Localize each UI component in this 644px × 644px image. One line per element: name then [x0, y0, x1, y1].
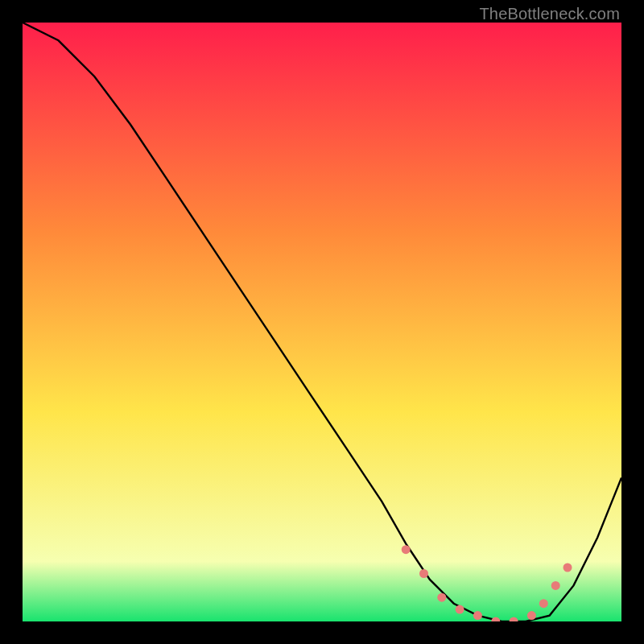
marker-point — [527, 611, 536, 620]
attribution-text: TheBottleneck.com — [479, 5, 620, 23]
marker-point — [539, 599, 548, 608]
gradient-background — [23, 23, 621, 621]
marker-point — [551, 581, 560, 590]
marker-point — [564, 564, 572, 572]
plot-area — [23, 23, 621, 621]
marker-point — [419, 569, 428, 578]
marker-point — [402, 545, 411, 554]
marker-point — [473, 611, 482, 620]
chart-frame: TheBottleneck.com — [0, 0, 644, 644]
chart-svg — [23, 23, 621, 621]
marker-point — [437, 593, 446, 602]
marker-point — [456, 605, 464, 614]
